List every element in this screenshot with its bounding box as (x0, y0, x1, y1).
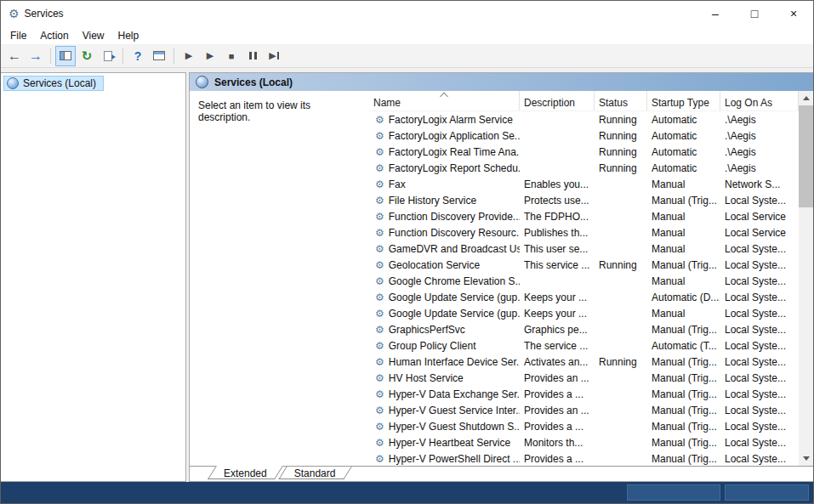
table-row[interactable]: ⚙Human Interface Device Ser...Activates … (369, 354, 813, 370)
table-row[interactable]: ⚙FactoryLogix Report Schedu...RunningAut… (369, 160, 813, 176)
cell-log-on-as: Local Syste... (720, 340, 799, 352)
table-row[interactable]: ⚙Google Chrome Elevation S...ManualLocal… (369, 273, 813, 289)
table-row[interactable]: ⚙Group Policy ClientThe service ...Autom… (369, 337, 813, 354)
column-header-status[interactable]: Status (595, 91, 647, 110)
column-header-name[interactable]: Name (369, 91, 520, 110)
menubar: File Action View Help (1, 26, 813, 44)
table-row[interactable]: ⚙File History ServiceProtects use...Manu… (369, 192, 813, 208)
show-console-tree-button[interactable] (55, 46, 76, 66)
service-gear-icon: ⚙ (375, 195, 384, 206)
cell-description: Activates an... (520, 356, 595, 368)
table-row[interactable]: ⚙Hyper-V Heartbeat ServiceMonitors th...… (369, 434, 813, 450)
main-area: Services (Local) Services (Local) Select… (1, 68, 813, 482)
service-gear-icon: ⚙ (375, 163, 384, 173)
service-gear-icon: ⚙ (375, 131, 384, 141)
table-row[interactable]: ⚙GameDVR and Broadcast Us...This user se… (369, 241, 813, 257)
view-header-title: Services (Local) (214, 76, 293, 88)
menu-help[interactable]: Help (111, 28, 146, 43)
forward-icon: → (29, 48, 43, 64)
table-row[interactable]: ⚙HV Host ServiceProvides an ...Manual (T… (369, 370, 813, 386)
statusbar (1, 482, 813, 503)
table-row[interactable]: ⚙Google Update Service (gup...Keeps your… (369, 305, 813, 321)
back-button[interactable]: ← (4, 46, 25, 66)
table-row[interactable]: ⚙Function Discovery Provide...The FDPHO.… (369, 208, 813, 224)
refresh-button[interactable]: ↻ (77, 46, 97, 66)
forward-button[interactable]: → (26, 46, 46, 66)
tab-extended[interactable]: Extended (212, 467, 279, 481)
cell-description: Monitors th... (520, 437, 595, 449)
cell-startup-type: Manual (Trig... (647, 453, 720, 465)
service-gear-icon: ⚙ (375, 228, 384, 238)
column-header-description[interactable]: Description (520, 91, 595, 110)
cell-startup-type: Automatic (647, 146, 720, 158)
cell-name: ⚙Google Update Service (gup... (369, 308, 520, 320)
close-icon: × (790, 7, 797, 20)
help-button[interactable]: ? (128, 46, 148, 66)
column-header-startup-type[interactable]: Startup Type (647, 91, 720, 110)
table-row[interactable]: ⚙FactoryLogix Real Time Ana...RunningAut… (369, 144, 813, 160)
table-row[interactable]: ⚙FactoryLogix Alarm ServiceRunningAutoma… (369, 111, 813, 127)
close-button[interactable]: × (774, 1, 813, 26)
restart-service-button[interactable]: ▶ (264, 46, 284, 66)
cell-log-on-as: Local Syste... (720, 308, 799, 320)
service-gear-icon: ⚙ (375, 454, 384, 464)
resume-service-button[interactable]: ▶ (200, 46, 220, 66)
menu-view[interactable]: View (76, 28, 111, 43)
scrollbar-up-button[interactable] (799, 91, 813, 105)
export-list-button[interactable] (98, 46, 118, 66)
cell-name: ⚙Google Update Service (gup... (369, 292, 520, 303)
cell-description: Keeps your ... (520, 308, 595, 320)
cell-description: Provides an ... (520, 372, 595, 384)
table-row[interactable]: ⚙Hyper-V Guest Service Inter...Provides … (369, 402, 813, 418)
description-area: Select an item to view its description. (190, 91, 369, 466)
tree-item-services-local[interactable]: Services (Local) (3, 76, 104, 91)
service-gear-icon: ⚙ (375, 309, 384, 319)
scroll-up-icon (803, 96, 810, 100)
table-row[interactable]: ⚙Hyper-V Data Exchange Ser...Provides a … (369, 386, 813, 402)
tab-standard[interactable]: Standard (282, 467, 348, 481)
statusbar-section (627, 484, 720, 501)
stop-service-icon: ■ (229, 51, 235, 61)
table-row[interactable]: ⚙FaxEnables you...ManualNetwork S... (369, 176, 813, 192)
menu-action[interactable]: Action (33, 28, 75, 43)
table-row[interactable]: ⚙FactoryLogix Application Se...RunningAu… (369, 127, 813, 144)
menu-file[interactable]: File (3, 28, 33, 43)
help-icon: ? (134, 49, 142, 63)
service-gear-icon: ⚙ (375, 438, 384, 448)
minimize-button[interactable]: – (696, 1, 735, 26)
service-gear-icon: ⚙ (375, 260, 384, 270)
show-action-pane-button[interactable] (149, 46, 169, 66)
column-header-log-on-as[interactable]: Log On As (720, 91, 799, 110)
scrollbar-track[interactable] (799, 105, 813, 451)
cell-description: The service ... (520, 340, 595, 352)
table-row[interactable]: ⚙GraphicsPerfSvcGraphics pe...Manual (Tr… (369, 321, 813, 337)
cell-startup-type: Manual (Trig... (647, 372, 720, 384)
toolbar-separator (122, 48, 123, 64)
table-row[interactable]: ⚙Hyper-V Guest Shutdown S...Provides a .… (369, 418, 813, 434)
cell-name: ⚙Fax (369, 178, 520, 190)
pause-service-button[interactable] (242, 46, 263, 66)
cell-log-on-as: Local Service (720, 211, 799, 223)
scrollbar-down-button[interactable] (799, 451, 813, 466)
cell-name: ⚙Function Discovery Resourc... (369, 227, 520, 239)
service-gear-icon: ⚙ (375, 325, 384, 335)
cell-log-on-as: Local Syste... (720, 324, 799, 336)
service-gear-icon: ⚙ (375, 357, 384, 367)
cell-description: Provides a ... (520, 388, 595, 400)
cell-description: The FDPHO... (520, 211, 595, 223)
start-service-button[interactable]: ▶ (179, 46, 199, 66)
table-row[interactable]: ⚙Google Update Service (gup...Keeps your… (369, 289, 813, 305)
table-row[interactable]: ⚙Hyper-V PowerShell Direct ...Provides a… (369, 450, 813, 466)
cell-log-on-as: Local Syste... (720, 421, 799, 433)
cell-log-on-as: .\Aegis (720, 130, 799, 142)
services-list: Name Description Status Startup Type Log… (369, 91, 813, 466)
scrollbar-thumb[interactable] (799, 105, 813, 207)
vertical-scrollbar[interactable] (799, 91, 813, 466)
back-icon: ← (8, 48, 21, 64)
cell-name: ⚙FactoryLogix Report Schedu... (369, 162, 520, 174)
maximize-button[interactable]: □ (735, 1, 774, 26)
table-row[interactable]: ⚙Geolocation ServiceThis service ...Runn… (369, 257, 813, 273)
stop-service-button[interactable]: ■ (221, 46, 242, 66)
table-row[interactable]: ⚙Function Discovery Resourc...Publishes … (369, 224, 813, 241)
services-header-icon (196, 76, 208, 88)
